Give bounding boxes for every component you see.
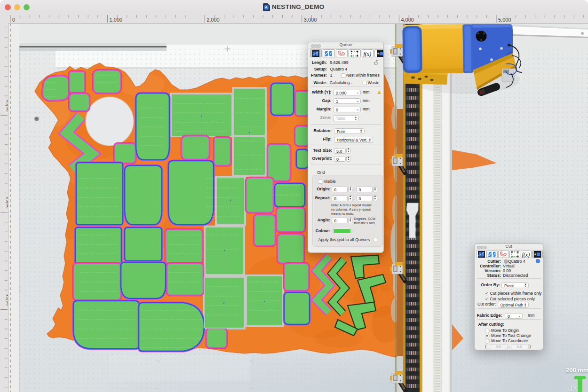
- svg-text:2,000: 2,000: [6, 197, 8, 209]
- svg-text:1,000: 1,000: [110, 17, 123, 23]
- svg-text:1,000: 1,000: [6, 294, 8, 306]
- svg-text:f(x): f(x): [363, 50, 371, 57]
- svg-text:5,000: 5,000: [498, 17, 511, 23]
- svg-text:f(x): f(x): [522, 251, 530, 258]
- svg-text:3,000: 3,000: [304, 17, 317, 23]
- svg-text:0: 0: [12, 17, 15, 23]
- svg-text:2,000: 2,000: [207, 17, 220, 23]
- svg-text:3,000: 3,000: [6, 100, 8, 111]
- svg-text:4,000: 4,000: [401, 17, 414, 23]
